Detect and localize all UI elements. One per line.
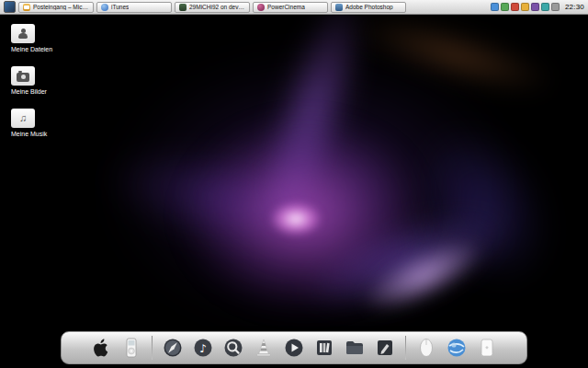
- dock-divider: [152, 336, 153, 360]
- itunes-icon: [101, 4, 108, 11]
- compass-icon: [162, 337, 184, 359]
- taskbar-window-label: Posteingang – Micro...: [33, 4, 89, 10]
- tray-icon-5[interactable]: [531, 3, 539, 11]
- taskbar-window-label: iTunes: [111, 4, 129, 10]
- desktop-icon-label: Meine Musik: [11, 131, 47, 137]
- photoshop-icon: [335, 4, 343, 11]
- deviantart-icon: [179, 4, 187, 11]
- dock-item-apple[interactable]: [89, 336, 113, 360]
- powercinema-icon: [257, 4, 265, 11]
- taskbar-window-label: PowerCinema: [267, 4, 305, 10]
- user-folder-icon: [17, 29, 29, 40]
- ipod-icon: [120, 337, 142, 359]
- dock-item-browser[interactable]: [445, 336, 469, 360]
- dock-item-ipod[interactable]: [119, 336, 143, 360]
- svg-text:♪: ♪: [199, 342, 207, 355]
- tray-icon-6[interactable]: [541, 3, 549, 11]
- desktop-icon-label: Meine Dateien: [11, 46, 52, 52]
- dock-item-mouse[interactable]: [414, 336, 438, 360]
- globe-icon: [446, 337, 468, 359]
- play-icon: [283, 337, 305, 359]
- dock: ♪: [61, 331, 527, 364]
- wallpaper[interactable]: [0, 15, 588, 368]
- folder-card: ♫: [11, 109, 35, 128]
- vlc-cone-icon: [253, 337, 275, 359]
- taskbar-window-label: Adobe Photoshop: [345, 4, 393, 10]
- music-note-icon: ♪: [192, 337, 214, 359]
- taskbar-window-itunes[interactable]: iTunes: [96, 2, 172, 13]
- clock: 22:30: [565, 3, 584, 11]
- system-tray: 22:30: [491, 3, 584, 11]
- pen-document-icon: [374, 337, 396, 359]
- taskbar-window-label: 29MiCHi92 on devia...: [189, 4, 245, 10]
- mail-icon: [23, 4, 30, 11]
- tray-icon-2[interactable]: [501, 3, 509, 11]
- dock-item-music[interactable]: ♪: [191, 336, 215, 360]
- start-menu-button[interactable]: [4, 1, 16, 13]
- desktop-screen: Posteingang – Micro... iTunes 29MiCHi92 …: [0, 0, 588, 368]
- wallpaper-glow: [269, 201, 322, 236]
- camera-folder-icon: [17, 73, 29, 82]
- tray-icon-4[interactable]: [521, 3, 529, 11]
- apple-icon: [90, 337, 112, 359]
- mouse-icon: [415, 337, 437, 359]
- desktop-icon-label: Meine Bilder: [11, 88, 47, 95]
- dock-item-compass[interactable]: [161, 336, 185, 360]
- magnifier-icon: [222, 337, 244, 359]
- dock-item-player[interactable]: [282, 336, 306, 360]
- dock-item-search[interactable]: [221, 336, 245, 360]
- taskbar-window-powercinema[interactable]: PowerCinema: [253, 2, 328, 13]
- tray-icon-7[interactable]: [551, 3, 560, 11]
- folder-card: [11, 24, 35, 43]
- tray-icon-1[interactable]: [491, 3, 499, 11]
- dock-item-folder[interactable]: [343, 336, 367, 360]
- dock-item-editor[interactable]: [373, 336, 397, 360]
- dock-item-vlc[interactable]: [252, 336, 276, 360]
- taskbar-window-photoshop[interactable]: Adobe Photoshop: [331, 2, 406, 13]
- taskbar-window-deviantart[interactable]: 29MiCHi92 on devia...: [175, 2, 250, 13]
- desktop-icon-meine-musik[interactable]: ♫ Meine Musik: [11, 109, 75, 137]
- desktop-icon-meine-dateien[interactable]: Meine Dateien: [11, 24, 75, 52]
- folder-icon: [344, 337, 366, 359]
- taskbar-window-mail[interactable]: Posteingang – Micro...: [18, 2, 94, 13]
- books-icon: [313, 337, 335, 359]
- dock-item-device[interactable]: [475, 336, 499, 360]
- white-device-icon: [476, 337, 498, 359]
- dock-divider: [405, 336, 406, 360]
- desktop-icon-meine-bilder[interactable]: Meine Bilder: [11, 66, 75, 95]
- folder-card: [11, 66, 35, 86]
- taskbar: Posteingang – Micro... iTunes 29MiCHi92 …: [0, 0, 588, 15]
- tray-icon-3[interactable]: [511, 3, 519, 11]
- music-folder-icon: ♫: [19, 113, 27, 123]
- dock-item-books[interactable]: [312, 336, 336, 360]
